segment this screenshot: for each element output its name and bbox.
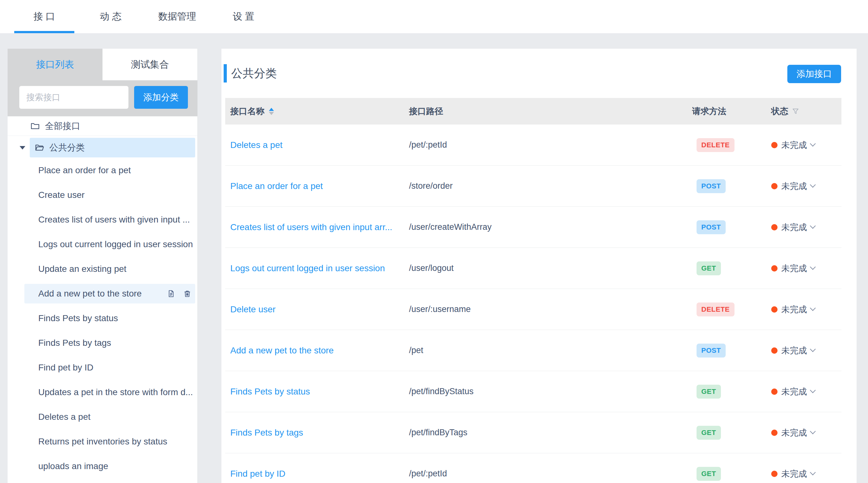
status-dropdown[interactable]: 未完成 xyxy=(766,427,841,439)
status-dropdown[interactable]: 未完成 xyxy=(766,263,841,274)
status-dropdown[interactable]: 未完成 xyxy=(766,304,841,315)
method-badge: POST xyxy=(696,179,726,193)
chevron-down-icon xyxy=(810,470,815,475)
table-row: Delete user /user/:username DELETE 未完成 xyxy=(225,289,841,330)
status-dropdown[interactable]: 未完成 xyxy=(766,181,841,192)
sort-icon[interactable] xyxy=(269,108,274,115)
chevron-down-icon xyxy=(810,428,815,434)
interface-name-link[interactable]: Deletes a pet xyxy=(230,140,282,150)
status-dropdown[interactable]: 未完成 xyxy=(766,386,841,397)
interface-item-label: Find pet by ID xyxy=(38,362,93,373)
interface-item-label: Update an existing pet xyxy=(38,264,127,274)
page-title-text: 公共分类 xyxy=(231,66,277,81)
trash-icon[interactable] xyxy=(183,289,191,298)
sidebar-interface-item[interactable]: Find pet by ID xyxy=(8,355,197,380)
status-dropdown[interactable]: 未完成 xyxy=(766,345,841,356)
sidebar-interface-item[interactable]: Finds Pets by tags xyxy=(8,331,197,355)
table-row: Find pet by ID /pet/:petId GET 未完成 xyxy=(225,453,841,483)
interface-path: /pet/findByStatus xyxy=(404,387,687,396)
chevron-down-icon xyxy=(810,182,815,188)
interface-tree: 全部接口 公共分类 Place an order for a pet xyxy=(8,116,197,479)
sidebar-interface-item[interactable]: Updates a pet in the store with form d..… xyxy=(8,380,197,405)
status-dot-icon xyxy=(771,388,778,395)
column-header-label: 请求方法 xyxy=(692,105,726,117)
sidebar-interface-item[interactable]: Creates list of users with given input .… xyxy=(8,207,197,232)
sidebar-tabs: 接口列表 测试集合 xyxy=(8,49,197,80)
status-dot-icon xyxy=(771,471,778,477)
column-header-name[interactable]: 接口名称 xyxy=(225,105,404,117)
interface-item-label: Place an order for a pet xyxy=(38,165,131,175)
table-row: Place an order for a pet /store/order PO… xyxy=(225,166,841,207)
page-title: 公共分类 xyxy=(224,64,277,83)
nav-tab-data-management[interactable]: 数据管理 xyxy=(144,0,210,33)
tree-item-category-public[interactable]: 公共分类 xyxy=(8,137,197,158)
chevron-down-icon xyxy=(810,305,815,311)
interface-name-link[interactable]: Place an order for a pet xyxy=(230,181,323,191)
interface-path: /store/order xyxy=(404,181,687,191)
interface-item-label: Returns pet inventories by status xyxy=(38,437,167,447)
sidebar-interface-item[interactable]: Add a new pet to the store xyxy=(8,281,197,306)
interface-sidebar: 接口列表 测试集合 添加分类 全部接口 公 xyxy=(8,49,198,483)
nav-tab-interface[interactable]: 接 口 xyxy=(11,0,78,33)
interface-path: /pet/findByTags xyxy=(404,428,687,438)
nav-tab-activity[interactable]: 动 态 xyxy=(78,0,144,33)
status-label: 未完成 xyxy=(781,304,807,315)
status-label: 未完成 xyxy=(781,345,807,356)
column-header-label: 接口路径 xyxy=(409,105,443,117)
method-badge: DELETE xyxy=(696,138,735,152)
interface-name-link[interactable]: Delete user xyxy=(230,304,276,315)
tab-interface-list[interactable]: 接口列表 xyxy=(8,49,102,80)
status-dot-icon xyxy=(771,224,778,230)
sidebar-interface-item[interactable]: Finds Pets by status xyxy=(8,306,197,331)
interface-item-label: Updates a pet in the store with form d..… xyxy=(38,387,193,397)
filter-icon[interactable] xyxy=(792,108,799,115)
table-row: Finds Pets by status /pet/findByStatus G… xyxy=(225,371,841,412)
add-category-button[interactable]: 添加分类 xyxy=(134,86,188,109)
tab-test-collection[interactable]: 测试集合 xyxy=(102,49,197,80)
column-header-status: 状态 xyxy=(766,105,841,117)
interface-name-link[interactable]: Creates list of users with given input a… xyxy=(230,222,392,232)
status-dropdown[interactable]: 未完成 xyxy=(766,139,841,151)
sidebar-interface-item[interactable]: Place an order for a pet xyxy=(8,158,197,183)
interface-item-label: Create user xyxy=(38,190,85,200)
status-label: 未完成 xyxy=(781,263,807,274)
sort-ascending-icon[interactable] xyxy=(269,108,274,111)
status-dot-icon xyxy=(771,183,778,189)
interface-name-link[interactable]: Logs out current logged in user session xyxy=(230,263,385,273)
status-dropdown[interactable]: 未完成 xyxy=(766,468,841,480)
interface-name-link[interactable]: Finds Pets by status xyxy=(230,387,310,397)
status-dropdown[interactable]: 未完成 xyxy=(766,222,841,233)
tree-item-all-interfaces[interactable]: 全部接口 xyxy=(8,116,197,136)
copy-icon[interactable] xyxy=(167,289,175,298)
chevron-down-icon xyxy=(810,141,815,147)
add-interface-button[interactable]: 添加接口 xyxy=(787,65,841,83)
nav-tab-settings[interactable]: 设 置 xyxy=(210,0,277,33)
interface-path: /pet/:petId xyxy=(404,469,687,479)
status-label: 未完成 xyxy=(781,427,807,439)
sidebar-interface-item[interactable]: Create user xyxy=(8,183,197,207)
chevron-down-icon xyxy=(810,264,815,270)
chevron-down-icon xyxy=(810,346,815,352)
sort-descending-icon[interactable] xyxy=(269,112,274,115)
interface-leaf-list: Place an order for a pet Create use xyxy=(8,158,197,479)
category-highlight[interactable]: 公共分类 xyxy=(30,138,195,157)
sidebar-interface-item[interactable]: Logs out current logged in user session xyxy=(8,232,197,257)
interface-table: 接口名称 接口路径 请求方法 状态 De xyxy=(225,98,841,483)
table-row: Finds Pets by tags /pet/findByTags GET 未… xyxy=(225,412,841,453)
interface-name-link[interactable]: Add a new pet to the store xyxy=(230,346,334,356)
sidebar-interface-item[interactable]: Returns pet inventories by status xyxy=(8,429,197,454)
table-row: Creates list of users with given input a… xyxy=(225,207,841,248)
sidebar-interface-item[interactable]: uploads an image xyxy=(8,454,197,479)
column-header-label: 状态 xyxy=(771,105,788,117)
search-input[interactable] xyxy=(19,86,128,109)
column-header-path: 接口路径 xyxy=(404,105,687,117)
sidebar-interface-item[interactable]: Update an existing pet xyxy=(8,257,197,281)
sidebar-interface-item[interactable]: Deletes a pet xyxy=(8,405,197,429)
caret-down-icon[interactable] xyxy=(20,146,25,150)
interface-item-label: Deletes a pet xyxy=(38,412,90,422)
interface-name-link[interactable]: Find pet by ID xyxy=(230,469,285,479)
interface-item-label: Add a new pet to the store xyxy=(38,289,142,299)
status-label: 未完成 xyxy=(781,222,807,233)
interface-item-label: Logs out current logged in user session xyxy=(38,239,193,249)
interface-name-link[interactable]: Finds Pets by tags xyxy=(230,428,303,438)
